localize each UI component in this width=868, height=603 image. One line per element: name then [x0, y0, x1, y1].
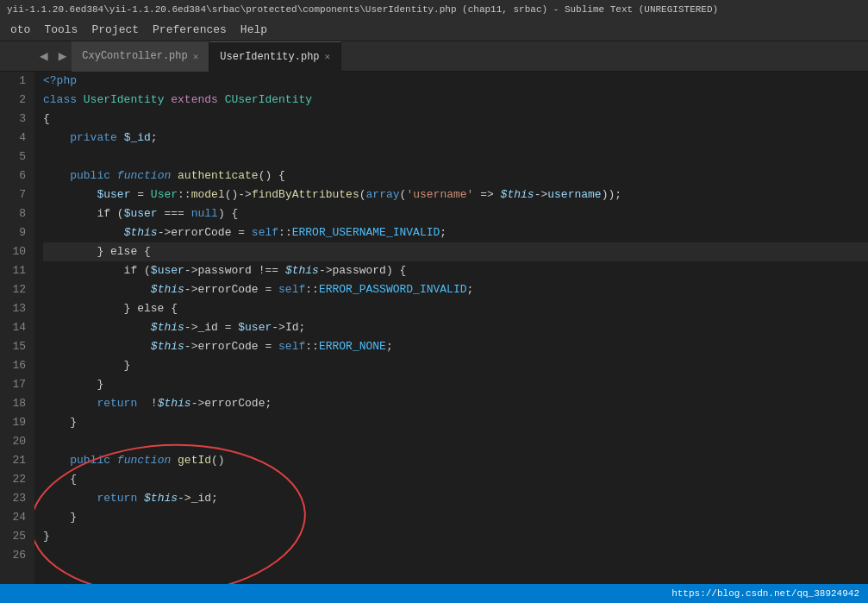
- line-numbers: 1234567891011121314151617181920212223242…: [0, 72, 34, 584]
- code-line-24: }: [43, 508, 868, 527]
- tab-useridentity[interactable]: UserIdentity.php ✕: [209, 41, 341, 72]
- line-number-24: 24: [7, 508, 26, 527]
- line-number-25: 25: [7, 527, 26, 546]
- line-number-10: 10: [7, 242, 26, 261]
- line-number-4: 4: [7, 129, 26, 148]
- menu-tools[interactable]: Tools: [37, 22, 84, 38]
- code-line-25: }: [43, 527, 868, 546]
- code-line-26: [43, 546, 868, 565]
- line-number-7: 7: [7, 185, 26, 204]
- editor: 1234567891011121314151617181920212223242…: [0, 72, 868, 584]
- title-text: yii-1.1.20.6ed384\yii-1.1.20.6ed384\srba…: [7, 4, 718, 15]
- line-number-1: 1: [7, 72, 26, 91]
- line-number-13: 13: [7, 299, 26, 318]
- tab-nav-left[interactable]: ◀: [34, 47, 53, 65]
- code-line-9: $this->errorCode = self::ERROR_USERNAME_…: [43, 223, 868, 242]
- code-line-18: return !$this->errorCode;: [43, 394, 868, 413]
- status-url: https://blog.csdn.net/qq_38924942: [671, 588, 859, 599]
- line-number-2: 2: [7, 91, 26, 110]
- tab-useridentity-close[interactable]: ✕: [325, 51, 331, 62]
- menu-preferences[interactable]: Preferences: [146, 22, 234, 38]
- code-line-4: private $_id;: [43, 129, 868, 148]
- code-line-3: {: [43, 110, 868, 129]
- tab-cxycontroller[interactable]: CxyController.php ✕: [72, 41, 209, 72]
- line-number-11: 11: [7, 261, 26, 280]
- code-line-17: }: [43, 375, 868, 394]
- code-line-15: $this->errorCode = self::ERROR_NONE;: [43, 337, 868, 356]
- line-number-20: 20: [7, 432, 26, 451]
- menu-bar: oto Tools Project Preferences Help: [0, 19, 868, 41]
- line-number-18: 18: [7, 394, 26, 413]
- line-number-26: 26: [7, 546, 26, 565]
- code-line-1: <?php: [43, 72, 868, 91]
- line-number-15: 15: [7, 337, 26, 356]
- title-bar: yii-1.1.20.6ed384\yii-1.1.20.6ed384\srba…: [0, 0, 868, 19]
- code-line-10: } else {: [43, 242, 868, 261]
- line-number-19: 19: [7, 413, 26, 432]
- line-number-14: 14: [7, 318, 26, 337]
- code-line-6: public function authenticate() {: [43, 166, 868, 185]
- line-number-3: 3: [7, 110, 26, 129]
- tab-cxycontroller-label: CxyController.php: [82, 50, 187, 62]
- tab-nav-right[interactable]: ▶: [53, 47, 72, 65]
- tab-cxycontroller-close[interactable]: ✕: [193, 51, 199, 62]
- line-number-23: 23: [7, 489, 26, 508]
- code-line-8: if ($user === null) {: [43, 204, 868, 223]
- code-line-2: class UserIdentity extends CUserIdentity: [43, 91, 868, 110]
- code-line-22: {: [43, 470, 868, 489]
- code-line-23: return $this->_id;: [43, 489, 868, 508]
- line-number-22: 22: [7, 470, 26, 489]
- tab-useridentity-label: UserIdentity.php: [220, 51, 319, 63]
- line-number-21: 21: [7, 451, 26, 470]
- line-number-5: 5: [7, 148, 26, 166]
- code-line-21: public function getId(): [43, 451, 868, 470]
- code-line-16: }: [43, 356, 868, 375]
- code-line-20: [43, 432, 868, 451]
- code-line-11: if ($user->password !== $this->password)…: [43, 261, 868, 280]
- menu-help[interactable]: Help: [234, 22, 274, 38]
- code-line-5: [43, 148, 868, 166]
- line-number-8: 8: [7, 204, 26, 223]
- menu-project[interactable]: Project: [84, 22, 146, 38]
- code-line-7: $user = User::model()->findByAttributes(…: [43, 185, 868, 204]
- line-number-17: 17: [7, 375, 26, 394]
- line-number-6: 6: [7, 166, 26, 185]
- tab-bar: ◀ ▶ CxyController.php ✕ UserIdentity.php…: [0, 41, 868, 72]
- menu-oto[interactable]: oto: [3, 22, 37, 38]
- code-content[interactable]: <?phpclass UserIdentity extends CUserIde…: [34, 72, 868, 584]
- line-number-16: 16: [7, 356, 26, 375]
- line-number-9: 9: [7, 223, 26, 242]
- code-line-13: } else {: [43, 299, 868, 318]
- code-line-19: }: [43, 413, 868, 432]
- code-line-12: $this->errorCode = self::ERROR_PASSWORD_…: [43, 280, 868, 299]
- status-bar: https://blog.csdn.net/qq_38924942: [0, 584, 868, 603]
- code-line-14: $this->_id = $user->Id;: [43, 318, 868, 337]
- line-number-12: 12: [7, 280, 26, 299]
